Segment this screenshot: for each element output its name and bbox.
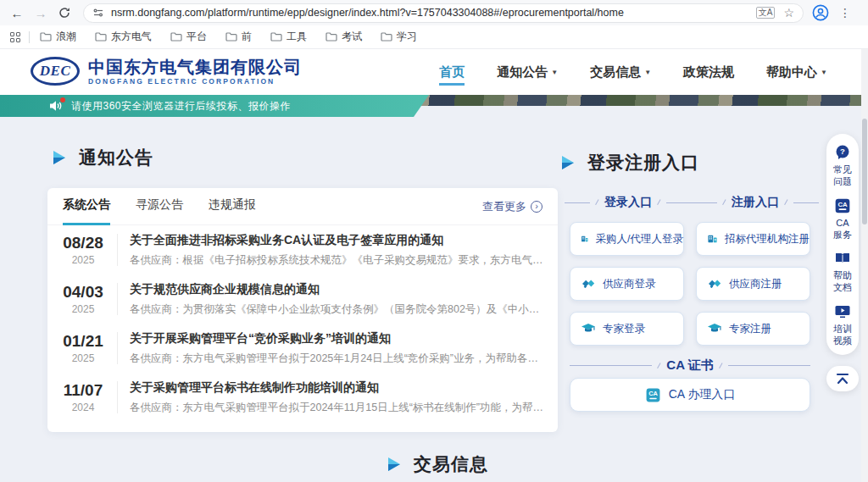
svg-text:CA: CA <box>648 390 658 397</box>
book-icon <box>834 250 851 267</box>
scrollbar-thumb[interactable] <box>862 119 867 224</box>
tab-sourcing-notices[interactable]: 寻源公告 <box>136 188 183 225</box>
ca-section-header: CA 证书 <box>570 357 810 374</box>
nav-trade-info[interactable]: 交易信息▼ <box>590 59 651 86</box>
bookmark-folder[interactable]: 前 <box>225 30 252 44</box>
folder-icon <box>225 32 237 42</box>
button-label: 专家注册 <box>729 322 771 336</box>
button-label: CA 办理入口 <box>669 387 736 402</box>
bookmark-folder[interactable]: 学习 <box>381 30 417 44</box>
tab-system-notices[interactable]: 系统公告 <box>63 188 110 225</box>
nav-help-center[interactable]: 帮助中心▼ <box>766 59 827 86</box>
back-button[interactable]: ← <box>7 3 27 23</box>
supplier-login-button[interactable]: 供应商登录 <box>570 267 684 301</box>
expert-register-button[interactable]: 专家注册 <box>696 312 810 346</box>
notice-row[interactable]: 04/03 2025 关于规范供应商企业规模信息的通知 各供应商：为贯彻落实《保… <box>47 274 558 324</box>
bookmark-folder[interactable]: 东方电气 <box>95 30 152 44</box>
divider <box>29 31 30 43</box>
site-header: DEC 中国东方电气集团有限公司 DONGFANG ELECTRIC CORPO… <box>0 49 868 95</box>
nav-label: 帮助中心 <box>766 64 817 80</box>
notice-summary: 各供应商：东方电气采购管理平台拟于2025年1月24日上线“竞价采购”业务，为帮… <box>130 352 544 366</box>
view-more-link[interactable]: 查看更多 › <box>482 199 542 214</box>
page-scrollbar[interactable] <box>861 49 868 482</box>
nav-label: 通知公告 <box>497 64 548 80</box>
section-arrow-icon <box>559 155 576 170</box>
bidding-agency-register-button[interactable]: 招标代理机构注册 <box>696 222 810 256</box>
bookmark-folder[interactable]: 工具 <box>270 30 307 44</box>
chrome-actions: ⋮ <box>812 4 851 21</box>
back-to-top-button[interactable] <box>826 366 859 391</box>
purchaser-login-button[interactable]: 采购人/代理人登录 <box>570 222 684 256</box>
divider <box>117 381 118 413</box>
bookmark-label: 学习 <box>397 30 417 44</box>
date-year: 2025 <box>56 352 110 364</box>
login-column-header: 登录入口 <box>565 195 692 210</box>
bookmark-label: 平台 <box>186 30 207 44</box>
button-label: 采购人/代理人登录 <box>596 232 683 247</box>
reload-button[interactable] <box>54 3 75 23</box>
notice-row[interactable]: 01/21 2025 关于开展采购管理平台“竞价采购业务”培训的通知 各供应商：… <box>47 324 558 373</box>
bookmark-star-icon[interactable]: ☆ <box>783 6 794 19</box>
ticker-text: 请使用360安全浏览器进行后续投标、报价操作 <box>71 99 291 114</box>
date-year: 2024 <box>56 402 110 413</box>
sidebar-item-help-docs[interactable]: 帮助文档 <box>832 250 854 294</box>
address-bar[interactable]: nsrm.dongfang.com/platform/runtime/epp/d… <box>83 3 804 23</box>
date-year: 2025 <box>56 254 110 266</box>
company-name: 中国东方电气集团有限公司 <box>88 58 302 76</box>
notice-summary: 各供应商：根据《电子招标投标系统技术规范》《电子采购交易规范》要求，东方电气采购… <box>130 253 544 268</box>
folder-icon <box>326 32 337 42</box>
speaker-icon <box>49 100 63 112</box>
notice-summary: 各供应商：为贯彻落实《保障中小企业款项支付条例》（国务院令第802号）及《中小企… <box>130 302 544 317</box>
notice-date: 01/21 2025 <box>56 332 110 364</box>
button-label: 专家登录 <box>603 322 645 336</box>
svg-text:?: ? <box>840 147 845 156</box>
view-more-text: 查看更多 <box>482 199 526 214</box>
ca-header-text: CA 证书 <box>666 357 713 374</box>
date-month-day: 11/07 <box>56 381 110 400</box>
translate-icon[interactable]: 文A <box>756 7 776 19</box>
sidebar-item-label: CA服务 <box>832 217 854 241</box>
register-column-header: 注册入口 <box>692 195 819 210</box>
chrome-menu-icon[interactable]: ⋮ <box>839 6 851 19</box>
bookmarks-bar: 浪潮 东方电气 平台 前 工具 考试 学习 <box>0 25 868 49</box>
graduation-cap-icon <box>581 321 596 336</box>
sidebar-item-label: 培训视频 <box>832 323 854 347</box>
browser-toolbar: ← → nsrm.dongfang.com/platform/runtime/e… <box>0 0 868 25</box>
nav-notices[interactable]: 通知公告▼ <box>497 59 558 86</box>
tab-violation-reports[interactable]: 违规通报 <box>209 188 256 225</box>
bookmark-folder[interactable]: 考试 <box>326 30 362 44</box>
forward-button[interactable]: → <box>31 3 51 23</box>
section-arrow-icon <box>386 457 403 472</box>
apps-grid-icon[interactable] <box>10 32 20 42</box>
url-text: nsrm.dongfang.com/platform/runtime/epp/d… <box>111 7 748 19</box>
notice-title: 关于开展采购管理平台“竞价采购业务”培训的通知 <box>130 331 544 346</box>
ca-badge-icon: CA <box>645 387 661 403</box>
nav-policies[interactable]: 政策法规 <box>683 59 734 86</box>
company-logo[interactable]: DEC 中国东方电气集团有限公司 DONGFANG ELECTRIC CORPO… <box>31 57 302 86</box>
video-icon <box>834 303 851 320</box>
site-info-icon[interactable] <box>92 7 104 19</box>
nav-label: 政策法规 <box>683 64 734 80</box>
bookmark-folder[interactable]: 平台 <box>170 30 207 44</box>
organization-icon <box>707 231 718 247</box>
sidebar-item-training-videos[interactable]: 培训视频 <box>832 303 854 347</box>
folder-icon <box>170 32 182 42</box>
notice-row[interactable]: 11/07 2024 关于采购管理平台标书在线制作功能培训的通知 各供应商：东方… <box>47 373 558 422</box>
divider <box>117 283 118 315</box>
nav-label: 首页 <box>439 64 465 80</box>
organization-icon <box>581 231 589 247</box>
nav-label: 交易信息 <box>590 64 641 80</box>
date-month-day: 01/21 <box>56 332 110 351</box>
profile-avatar[interactable] <box>812 4 829 21</box>
bookmark-folder[interactable]: 浪潮 <box>40 30 76 44</box>
expert-login-button[interactable]: 专家登录 <box>570 312 684 346</box>
nav-home[interactable]: 首页 <box>439 59 465 86</box>
notice-row[interactable]: 08/28 2025 关于全面推进非招标采购业务CA认证及电子签章应用的通知 各… <box>47 225 558 274</box>
sidebar-item-faq[interactable]: ? 常见问题 <box>832 144 854 188</box>
supplier-register-button[interactable]: 供应商注册 <box>696 267 810 301</box>
notice-date: 11/07 2024 <box>56 381 110 413</box>
ca-apply-button[interactable]: CA CA 办理入口 <box>570 378 810 412</box>
sidebar-item-ca-service[interactable]: CA CA服务 <box>832 197 854 241</box>
button-label: 供应商登录 <box>603 277 656 291</box>
login-section-title: 登录注册入口 <box>559 151 699 175</box>
